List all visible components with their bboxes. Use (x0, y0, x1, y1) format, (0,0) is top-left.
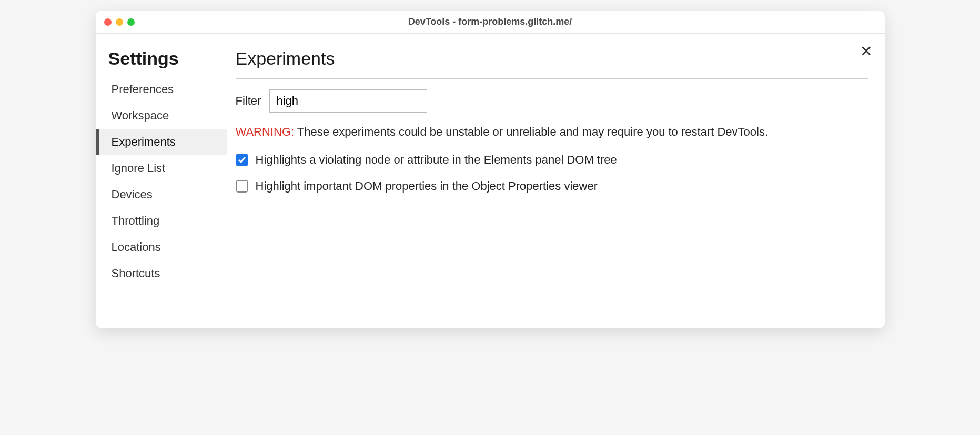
warning-prefix: WARNING: (236, 125, 295, 138)
filter-input[interactable] (269, 89, 427, 113)
sidebar-item-label: Devices (112, 188, 153, 201)
experiment-checkbox[interactable] (236, 180, 248, 193)
minimize-window-button[interactable] (116, 18, 123, 26)
warning-message: WARNING: These experiments could be unst… (236, 124, 868, 140)
settings-content: ✕ Settings PreferencesWorkspaceExperimen… (96, 34, 885, 328)
settings-sidebar: Settings PreferencesWorkspaceExperiments… (96, 34, 227, 328)
sidebar-item-locations[interactable]: Locations (96, 234, 227, 260)
page-title: Experiments (236, 48, 868, 79)
settings-main: Experiments Filter WARNING: These experi… (227, 34, 885, 328)
sidebar-item-workspace[interactable]: Workspace (96, 103, 227, 129)
titlebar: DevTools - form-problems.glitch.me/ (96, 11, 885, 34)
filter-label: Filter (236, 94, 261, 108)
sidebar-item-label: Throttling (112, 214, 160, 227)
maximize-window-button[interactable] (127, 18, 135, 26)
sidebar-item-experiments[interactable]: Experiments (96, 129, 227, 155)
traffic-lights (104, 18, 135, 26)
sidebar-item-label: Experiments (112, 135, 176, 148)
sidebar-item-label: Shortcuts (112, 267, 160, 280)
window-title: DevTools - form-problems.glitch.me/ (96, 16, 885, 27)
sidebar-item-label: Preferences (112, 83, 174, 96)
devtools-window: DevTools - form-problems.glitch.me/ ✕ Se… (96, 11, 885, 328)
sidebar-item-shortcuts[interactable]: Shortcuts (96, 260, 227, 287)
warning-text: These experiments could be unstable or u… (297, 125, 768, 138)
filter-row: Filter (236, 89, 868, 113)
sidebar-item-label: Ignore List (112, 161, 166, 175)
experiment-label: Highlights a violating node or attribute… (256, 153, 617, 167)
close-icon[interactable]: ✕ (860, 44, 872, 59)
experiment-checkbox[interactable] (236, 154, 248, 166)
sidebar-item-label: Workspace (112, 109, 169, 122)
experiment-row: Highlights a violating node or attribute… (236, 153, 868, 167)
experiment-row: Highlight important DOM properties in th… (236, 179, 868, 193)
sidebar-item-throttling[interactable]: Throttling (96, 208, 227, 234)
sidebar-item-ignore-list[interactable]: Ignore List (96, 155, 227, 181)
experiment-label: Highlight important DOM properties in th… (256, 179, 598, 193)
sidebar-item-label: Locations (112, 240, 161, 254)
close-window-button[interactable] (104, 18, 112, 26)
sidebar-title: Settings (96, 48, 227, 76)
sidebar-item-preferences[interactable]: Preferences (96, 76, 227, 103)
sidebar-item-devices[interactable]: Devices (96, 181, 227, 208)
